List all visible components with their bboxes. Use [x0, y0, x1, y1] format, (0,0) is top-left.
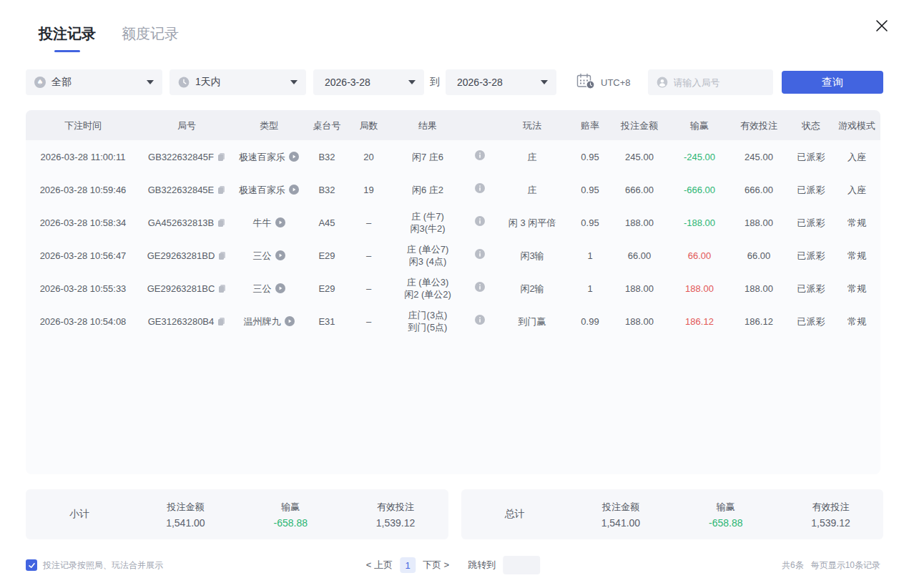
betting-records-table: 下注时间 局号 类型 桌台号 局数 结果 玩法 赔率 投注金额 输赢 有效投注 …: [26, 110, 880, 474]
chevron-down-icon: [408, 80, 416, 84]
subtotal-card: 小计 投注金额 1,541.00 输赢 -658.88 有效投注 1,539.1…: [26, 489, 448, 539]
merge-option: 投注记录按照局、玩法合并展示: [26, 559, 163, 572]
round-search-box: [648, 69, 773, 95]
date-to-select[interactable]: 2026-3-28: [446, 69, 556, 95]
cell-game-type: 极速百家乐: [233, 151, 305, 163]
total-valid-value: 1,539.12: [778, 517, 883, 529]
game-type-select[interactable]: ♠ 全部: [26, 69, 162, 95]
person-icon: [657, 77, 668, 88]
cell-result: 闲6 庄2: [388, 184, 467, 196]
game-type-text: 极速百家乐: [239, 184, 285, 196]
winloss-value: -245.00: [684, 152, 715, 162]
timezone-indicator: UTC+8: [576, 73, 631, 92]
copy-icon[interactable]: [217, 218, 225, 227]
subtotal-label: 小计: [26, 508, 133, 521]
cell-round-id: GE29263281BC: [140, 283, 233, 295]
cell-bet-amount: 188.00: [609, 217, 670, 229]
cell-result: 闲7 庄6: [388, 151, 467, 163]
cell-table-no: A45: [305, 217, 349, 229]
col-header-round-id: 局号: [140, 119, 233, 132]
cell-game-mode: 入座: [833, 151, 880, 163]
subtotal-bet-caption: 投注金额: [133, 501, 238, 514]
info-icon[interactable]: [475, 249, 485, 259]
filter-bar: ♠ 全部 1天内 2026-3-28 到 2026-3-28: [26, 69, 883, 95]
game-type-text: 三公: [253, 283, 272, 295]
copy-icon[interactable]: [218, 251, 226, 260]
winloss-value: -188.00: [684, 217, 715, 228]
time-range-select[interactable]: 1天内: [169, 69, 306, 95]
cell-odds: 0.95: [571, 184, 609, 196]
cell-info: [467, 150, 493, 163]
subtotal-bet-amount: 投注金额 1,541.00: [133, 501, 238, 529]
copy-icon[interactable]: [217, 185, 225, 195]
cell-odds: 0.95: [571, 151, 609, 163]
total-winloss-caption: 输赢: [673, 501, 778, 514]
cell-game-mode: 常规: [833, 250, 880, 262]
time-range-value: 1天内: [195, 76, 221, 89]
round-id-text: GA452632813B: [148, 217, 215, 229]
query-button[interactable]: 查询: [782, 71, 883, 94]
total-winloss-value: -658.88: [709, 517, 742, 529]
winloss-value: 66.00: [688, 250, 712, 261]
current-page-button[interactable]: 1: [400, 557, 416, 573]
copy-icon[interactable]: [218, 284, 226, 293]
tab-quota-records[interactable]: 额度记录: [122, 24, 179, 44]
play-icon[interactable]: [275, 283, 285, 293]
cell-info: [467, 183, 493, 196]
subtotal-valid-value: 1,539.12: [343, 517, 448, 529]
table-row: 2026-03-28 11:00:11 GB322632845F 极速百家乐 B…: [26, 140, 880, 173]
jump-page-input[interactable]: [503, 556, 540, 574]
col-header-play: 玩法: [493, 119, 571, 132]
cell-game-type: 牛牛: [233, 217, 305, 229]
play-icon[interactable]: [289, 185, 299, 195]
play-icon[interactable]: [289, 152, 299, 162]
cell-bet-amount: 188.00: [609, 315, 670, 328]
play-icon[interactable]: [285, 316, 295, 326]
cell-play: 到门赢: [493, 315, 571, 328]
cell-winloss: -245.00: [670, 151, 729, 163]
table-row: 2026-03-28 10:54:08 GE31263280B4 温州牌九 E3…: [26, 305, 880, 338]
close-icon[interactable]: [873, 17, 890, 34]
search-input[interactable]: [674, 77, 760, 88]
subtotal-winloss: 输赢 -658.88: [238, 501, 343, 529]
per-page-label: 每页显示10条记录: [811, 559, 880, 572]
cell-game-type: 极速百家乐: [233, 184, 305, 196]
cell-info: [467, 216, 493, 229]
cell-round-id: GB322632845F: [140, 151, 233, 163]
cell-odds: 0.95: [571, 217, 609, 229]
calendar-clock-icon[interactable]: [576, 73, 601, 92]
prev-page-button[interactable]: < 上页: [366, 559, 393, 572]
info-icon[interactable]: [475, 282, 485, 292]
total-bet-value: 1,541.00: [569, 517, 674, 529]
round-id-text: GE29263281BC: [147, 283, 215, 295]
info-icon[interactable]: [475, 216, 485, 226]
total-card: 总计 投注金额 1,541.00 输赢 -658.88 有效投注 1,539.1…: [461, 489, 884, 539]
cell-table-no: E29: [305, 250, 349, 262]
table-row: 2026-03-28 10:55:33 GE29263281BC 三公 E29 …: [26, 272, 880, 305]
col-header-valid-bet: 有效投注: [729, 119, 789, 132]
jump-to-label: 跳转到: [468, 559, 496, 572]
footer-bar: 投注记录按照局、玩法合并展示 < 上页 1 下页 > 跳转到 共6条 每页显示1…: [26, 555, 880, 575]
next-page-button[interactable]: 下页 >: [423, 559, 449, 572]
copy-icon[interactable]: [217, 152, 225, 162]
cell-status: 已派彩: [789, 151, 833, 163]
cell-bet-time: 2026-03-28 11:00:11: [26, 151, 140, 163]
info-icon[interactable]: [475, 183, 485, 193]
info-icon[interactable]: [475, 150, 485, 160]
tab-betting-records[interactable]: 投注记录: [39, 24, 96, 52]
cell-valid-bet: 188.00: [729, 283, 789, 295]
cell-status: 已派彩: [789, 184, 833, 196]
records-info: 共6条 每页显示10条记录: [782, 559, 880, 572]
copy-icon[interactable]: [217, 317, 225, 326]
cell-bet-time: 2026-03-28 10:55:33: [26, 283, 140, 295]
cell-result: 庄门(3点)到门(5点): [388, 309, 467, 333]
round-id-text: GE29263281BD: [147, 250, 215, 262]
merge-checkbox[interactable]: [26, 559, 37, 571]
info-icon[interactable]: [475, 315, 485, 325]
date-from-select[interactable]: 2026-3-28: [313, 69, 424, 95]
cell-game-mode: 常规: [833, 283, 880, 295]
tabs-row: 投注记录 额度记录: [0, 0, 909, 52]
play-icon[interactable]: [275, 250, 285, 260]
play-icon[interactable]: [275, 217, 285, 227]
game-type-text: 温州牌九: [244, 315, 281, 328]
